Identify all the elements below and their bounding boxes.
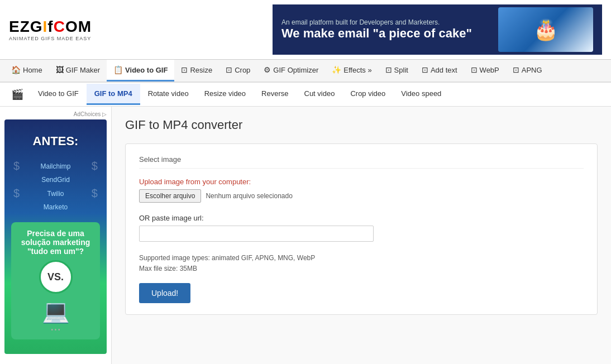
nav-resize[interactable]: ⊡ Resize bbox=[174, 60, 219, 82]
subnav-gif-to-mp4[interactable]: GIF to MP4 bbox=[87, 84, 140, 105]
nav-gif-maker[interactable]: 🖼 GIF Maker bbox=[49, 60, 107, 82]
url-label: OR paste image url: bbox=[139, 214, 584, 222]
file-name-display: Nenhum arquivo selecionado bbox=[206, 192, 292, 200]
nav-apng[interactable]: ⊡ APNG bbox=[506, 60, 549, 82]
sidebar-ad-content: ANTES: $ Mailchimp $ SendGrid $ Twilio $… bbox=[4, 119, 107, 354]
ad-antes-label: ANTES: bbox=[33, 134, 79, 149]
optimizer-icon: ⚙ bbox=[264, 65, 271, 74]
logo: EZGIfCOM bbox=[9, 18, 92, 36]
sidebar-ad: AdChoices ▷ ANTES: $ Mailchimp $ SendGri… bbox=[0, 107, 112, 364]
supported-types: Supported image types: animated GIF, APN… bbox=[139, 253, 584, 274]
subnav-crop-video[interactable]: Crop video bbox=[342, 84, 393, 105]
header: EZGIfCOM ANIMATED GIFS MADE EASY An emai… bbox=[0, 0, 611, 60]
subnav: 🎬 Video to GIF GIF to MP4 Rotate video R… bbox=[0, 83, 611, 107]
home-icon: 🏠 bbox=[11, 65, 21, 74]
ad-brand-row-1: $ Mailchimp $ bbox=[13, 160, 98, 173]
subnav-video-speed[interactable]: Video speed bbox=[393, 84, 449, 105]
upload-button[interactable]: Upload! bbox=[139, 283, 190, 303]
ad-brand-row-3: $ Twilio $ bbox=[13, 187, 98, 200]
video-to-gif-icon: 📋 bbox=[113, 65, 123, 74]
navbar: 🏠 Home 🖼 GIF Maker 📋 Video to GIF ⊡ Resi… bbox=[0, 60, 611, 83]
ad-brand-row-4: Marketo bbox=[13, 203, 98, 211]
ad-banner: An email platform built for Developers a… bbox=[273, 4, 602, 55]
url-section: OR paste image url: bbox=[139, 214, 584, 242]
resize-icon: ⊡ bbox=[181, 65, 188, 74]
upload-section: Upload image from your computer: Escolhe… bbox=[139, 178, 584, 203]
upload-card: Select image Upload image from your comp… bbox=[125, 143, 598, 315]
nav-effects[interactable]: ✨ Effects » bbox=[325, 60, 378, 82]
logo-area: EZGIfCOM ANIMATED GIFS MADE EASY bbox=[9, 18, 92, 41]
nav-home[interactable]: 🏠 Home bbox=[4, 60, 49, 82]
card-legend: Select image bbox=[139, 155, 584, 169]
file-upload-row: Escolher arquivo Nenhum arquivo selecion… bbox=[139, 189, 584, 203]
gif-maker-icon: 🖼 bbox=[56, 65, 64, 74]
ad-brand-twilio: Twilio bbox=[47, 190, 64, 198]
ad-text: An email platform built for Developers a… bbox=[281, 18, 472, 41]
nav-crop[interactable]: ⊡ Crop bbox=[219, 60, 257, 82]
ad-brand-row-2: SendGrid bbox=[13, 176, 98, 184]
webp-icon: ⊡ bbox=[471, 65, 478, 74]
ad-brand-mailchimp: Mailchimp bbox=[40, 162, 70, 170]
page-title: GIF to MP4 converter bbox=[125, 118, 598, 132]
logo-subtitle: ANIMATED GIFS MADE EASY bbox=[9, 36, 92, 41]
add-text-icon: ⊡ bbox=[422, 65, 428, 74]
nav-split[interactable]: ⊡ Split bbox=[379, 60, 415, 82]
ad-top-text: An email platform built for Developers a… bbox=[281, 18, 472, 26]
ad-main-text: We make email "a piece of cake" bbox=[281, 26, 472, 41]
split-icon: ⊡ bbox=[385, 65, 392, 74]
subnav-video-icon: 🎬 bbox=[4, 83, 30, 106]
ad-vs-circle: VS. bbox=[39, 260, 73, 294]
subnav-rotate-video[interactable]: Rotate video bbox=[140, 84, 197, 105]
crop-icon: ⊡ bbox=[226, 65, 232, 74]
ad-laptop-icon: 💻 bbox=[18, 298, 93, 324]
ad-brand-sendgrid: SendGrid bbox=[41, 176, 70, 184]
ad-bottom-box: Precisa de uma solução marketing "tudo e… bbox=[11, 222, 100, 339]
nav-gif-optimizer[interactable]: ⚙ GIF Optimizer bbox=[257, 60, 325, 82]
subnav-reverse[interactable]: Reverse bbox=[254, 84, 296, 105]
url-input[interactable] bbox=[139, 226, 374, 242]
nav-webp[interactable]: ⊡ WebP bbox=[464, 60, 506, 82]
ad-dots: • • • bbox=[18, 327, 93, 333]
nav-add-text[interactable]: ⊡ Add text bbox=[415, 60, 464, 82]
subnav-video-to-gif[interactable]: Video to GIF bbox=[30, 84, 87, 105]
nav-video-to-gif[interactable]: 📋 Video to GIF bbox=[107, 60, 174, 82]
ad-brands: $ Mailchimp $ SendGrid $ Twilio $ Market… bbox=[11, 160, 100, 211]
effects-icon: ✨ bbox=[332, 65, 341, 74]
choose-file-button[interactable]: Escolher arquivo bbox=[139, 189, 201, 203]
apng-icon: ⊡ bbox=[513, 65, 519, 74]
content-area: GIF to MP4 converter Select image Upload… bbox=[112, 107, 611, 364]
ad-choices-label: AdChoices ▷ bbox=[4, 111, 107, 117]
subnav-cut-video[interactable]: Cut video bbox=[297, 84, 343, 105]
upload-label: Upload image from your computer: bbox=[139, 178, 584, 186]
ad-bottom-title: Precisa de uma solução marketing "tudo e… bbox=[18, 229, 93, 256]
subnav-resize-video[interactable]: Resize video bbox=[197, 84, 254, 105]
main-layout: AdChoices ▷ ANTES: $ Mailchimp $ SendGri… bbox=[0, 107, 611, 364]
ad-brand-marketo: Marketo bbox=[44, 203, 68, 211]
ad-image bbox=[498, 7, 593, 52]
